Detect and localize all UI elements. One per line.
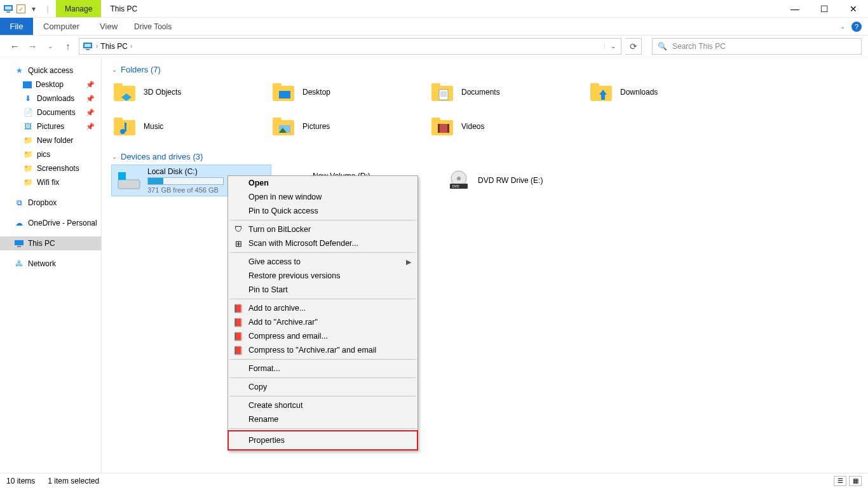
- drive-dvd-e[interactable]: DVD DVD RW Drive (E:): [442, 165, 601, 196]
- qat-properties-icon[interactable]: ✓: [17, 4, 25, 13]
- context-item-open[interactable]: Open: [228, 176, 417, 190]
- context-item-add-to-archive-rar[interactable]: 📕Add to "Archive.rar": [228, 315, 417, 329]
- view-tab[interactable]: View: [90, 18, 128, 35]
- svg-rect-35: [447, 124, 449, 133]
- folder-pictures[interactable]: Pictures: [271, 112, 430, 140]
- context-label: Turn on BitLocker: [248, 225, 311, 234]
- sidebar-quick-access[interactable]: ★ Quick access: [0, 64, 101, 78]
- folder-videos-icon: [430, 114, 455, 139]
- pin-icon: 📌: [86, 123, 95, 131]
- context-item-copy[interactable]: Copy: [228, 380, 417, 394]
- pin-icon: 📌: [86, 95, 95, 103]
- context-item-create-shortcut[interactable]: Create shortcut: [228, 398, 417, 412]
- drive-label: DVD RW Drive (E:): [478, 176, 543, 185]
- svg-rect-37: [118, 172, 126, 180]
- thispc-icon: [14, 238, 24, 248]
- folder-music[interactable]: Music: [112, 112, 271, 140]
- context-item-compress-to-archive-rar-and-email[interactable]: 📕Compress to "Archive.rar" and email: [228, 343, 417, 357]
- rar-icon: 📕: [233, 345, 243, 355]
- svg-rect-12: [273, 83, 281, 87]
- qat-dropdown-icon[interactable]: ▾: [28, 3, 39, 15]
- sidebar-thispc[interactable]: This PC: [0, 236, 101, 250]
- context-item-pin-to-quick-access[interactable]: Pin to Quick access: [228, 204, 417, 218]
- svg-rect-13: [279, 91, 290, 98]
- sidebar-item-downloads[interactable]: ⬇Downloads📌: [0, 92, 101, 105]
- pictures-icon: 🖼: [23, 121, 33, 132]
- svg-rect-1: [5, 6, 11, 10]
- context-item-scan-with-microsoft-defender[interactable]: ⊞Scan with Microsoft Defender...: [228, 236, 417, 250]
- sidebar-item-newfolder[interactable]: 📁New folder: [0, 133, 101, 147]
- drive-os-icon: [116, 168, 141, 193]
- view-details-icon[interactable]: ☰: [834, 476, 846, 486]
- folder-documents[interactable]: Documents: [430, 78, 588, 106]
- forward-button[interactable]: →: [25, 39, 39, 53]
- folder-downloads-icon: [588, 79, 614, 105]
- ribbon-tabs: File Computer View Drive Tools ⌄ ?: [0, 18, 868, 36]
- sidebar-network[interactable]: 🖧Network: [0, 257, 101, 271]
- maximize-button[interactable]: ☐: [810, 0, 839, 17]
- sidebar-onedrive[interactable]: ☁OneDrive - Personal: [0, 216, 101, 230]
- computer-tab[interactable]: Computer: [33, 18, 90, 35]
- context-label: Copy: [248, 383, 267, 391]
- context-item-rename[interactable]: Rename: [228, 412, 417, 426]
- navigation-pane: ★ Quick access Desktop📌 ⬇Downloads📌 📄Doc…: [0, 57, 102, 473]
- context-label: Pin to Start: [248, 285, 288, 294]
- context-item-properties[interactable]: Properties: [228, 431, 417, 450]
- search-box[interactable]: 🔍 Search This PC: [652, 38, 862, 55]
- dropbox-icon: ⧉: [14, 198, 24, 208]
- context-item-give-access-to[interactable]: Give access to▶: [228, 255, 417, 269]
- sidebar-item-desktop[interactable]: Desktop📌: [0, 78, 101, 92]
- context-item-compress-and-email[interactable]: 📕Compress and email...: [228, 329, 417, 343]
- view-large-icon[interactable]: ▦: [849, 476, 862, 486]
- context-label: Create shortcut: [248, 401, 302, 410]
- back-button[interactable]: ←: [8, 39, 22, 53]
- folder-downloads[interactable]: Downloads: [588, 78, 747, 106]
- folder-documents-icon: [430, 79, 455, 105]
- file-tab[interactable]: File: [0, 18, 33, 35]
- up-button[interactable]: ↑: [61, 39, 75, 53]
- svg-rect-5: [86, 49, 90, 50]
- sidebar-item-pics[interactable]: 📁pics: [0, 147, 101, 161]
- context-label: Add to archive...: [248, 304, 306, 313]
- desktop-icon: [23, 81, 32, 88]
- folder-pictures-icon: [271, 114, 296, 139]
- address-dropdown-icon[interactable]: ⌄: [604, 43, 621, 50]
- folder-music-icon: [112, 114, 137, 139]
- help-icon[interactable]: ?: [851, 22, 862, 32]
- svg-text:DVD: DVD: [452, 184, 459, 188]
- minimize-button[interactable]: —: [780, 0, 810, 17]
- context-item-format[interactable]: Format...: [228, 362, 417, 376]
- recent-dropdown-icon[interactable]: ⌄: [43, 39, 57, 53]
- address-bar[interactable]: › This PC› ⌄: [79, 38, 621, 55]
- folder-3d-objects[interactable]: 3D Objects: [112, 78, 271, 106]
- folder-videos[interactable]: Videos: [430, 112, 588, 140]
- context-label: Compress and email...: [248, 332, 328, 341]
- folder-desktop[interactable]: Desktop: [271, 78, 430, 106]
- sidebar-dropbox[interactable]: ⧉Dropbox: [0, 196, 101, 210]
- context-item-open-in-new-window[interactable]: Open in new window: [228, 190, 417, 204]
- folder-3d-icon: [112, 79, 137, 105]
- context-menu: OpenOpen in new windowPin to Quick acces…: [227, 175, 418, 451]
- group-folders-header[interactable]: ⌄Folders (7): [112, 65, 858, 74]
- sidebar-item-wififix[interactable]: 📁Wifi fix: [0, 175, 101, 189]
- title-bar: ✓ ▾ | Manage This PC — ☐ ✕: [0, 0, 868, 18]
- close-button[interactable]: ✕: [839, 0, 868, 17]
- context-item-turn-on-bitlocker[interactable]: 🛡Turn on BitLocker: [228, 222, 417, 236]
- drive-tools-tab[interactable]: Drive Tools: [128, 18, 178, 35]
- sidebar-item-documents[interactable]: 📄Documents📌: [0, 105, 101, 119]
- sidebar-item-screenshots[interactable]: 📁Screenshots: [0, 161, 101, 175]
- refresh-button[interactable]: ⟳: [625, 38, 642, 55]
- context-label: Compress to "Archive.rar" and email: [248, 346, 376, 355]
- context-item-restore-previous-versions[interactable]: Restore previous versions: [228, 269, 417, 283]
- status-item-count: 10 items: [6, 477, 35, 485]
- context-item-add-to-archive[interactable]: 📕Add to archive...: [228, 301, 417, 315]
- contextual-tab-manage[interactable]: Manage: [56, 0, 101, 17]
- context-item-pin-to-start[interactable]: Pin to Start: [228, 283, 417, 297]
- svg-rect-15: [431, 83, 440, 87]
- context-label: Properties: [248, 436, 285, 445]
- context-label: Rename: [248, 415, 278, 424]
- breadcrumb-thispc[interactable]: This PC›: [98, 39, 135, 54]
- sidebar-item-pictures[interactable]: 🖼Pictures📌: [0, 119, 101, 133]
- ribbon-collapse-icon[interactable]: ⌄: [840, 23, 845, 30]
- group-drives-header[interactable]: ⌄Devices and drives (3): [112, 152, 858, 161]
